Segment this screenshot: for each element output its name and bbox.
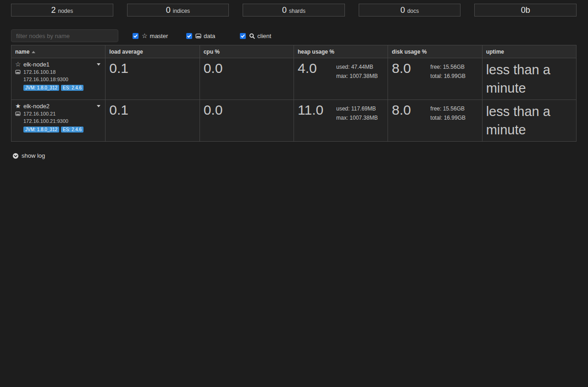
stat-nodes-value: 2 bbox=[51, 6, 55, 14]
disk-total: total: 16.99GB bbox=[430, 113, 466, 122]
disk-usage-cell: 8.0 free: 15.56GB total: 16.99GB bbox=[388, 58, 482, 100]
stat-docs: 0 docs bbox=[359, 4, 461, 17]
disk-percent-value: 8.0 bbox=[392, 61, 430, 81]
checkbox-checked[interactable] bbox=[133, 33, 139, 39]
filter-client-checkbox[interactable]: client bbox=[240, 33, 294, 39]
cpu-value: 0.0 bbox=[204, 102, 290, 118]
stat-indices-value: 0 bbox=[166, 6, 171, 14]
column-header-name[interactable]: name bbox=[11, 45, 105, 58]
star-icon: ☆ bbox=[142, 33, 148, 39]
uptime-cell: less than a minute bbox=[482, 58, 576, 100]
node-ip-line: 172.16.100.21 bbox=[15, 111, 101, 116]
node-transport-address: 172.16.100.21:9300 bbox=[15, 118, 101, 124]
filter-master-checkbox[interactable]: ☆ master bbox=[133, 33, 186, 39]
column-header-cpu[interactable]: cpu % bbox=[200, 45, 294, 58]
table-row: ★ elk-node2 172.16.100.21 172.16.100.21:… bbox=[11, 100, 577, 142]
hdd-icon bbox=[15, 70, 23, 74]
heap-used: used: 117.69MB bbox=[336, 104, 378, 113]
heap-usage-cell: 11.0 used: 117.69MB max: 1007.38MB bbox=[294, 100, 388, 142]
stat-indices: 0 indices bbox=[127, 4, 229, 17]
heap-usage-cell: 4.0 used: 47.44MB max: 1007.38MB bbox=[294, 58, 388, 100]
jvm-version-badge: JVM: 1.8.0_312 bbox=[23, 127, 59, 133]
uptime-value: less than a minute bbox=[486, 102, 572, 139]
column-header-uptime[interactable]: uptime bbox=[482, 45, 576, 58]
load-average-cell: 0.1 bbox=[105, 58, 200, 100]
stat-shards: 0 shards bbox=[243, 4, 345, 17]
stat-shards-value: 0 bbox=[282, 6, 287, 14]
es-version-badge: ES: 2.4.6 bbox=[61, 127, 83, 133]
node-title-line: ★ elk-node2 bbox=[15, 102, 101, 110]
disk-detail: free: 15.56GB total: 16.99GB bbox=[430, 102, 466, 122]
stat-nodes: 2 nodes bbox=[11, 4, 113, 17]
show-log-label: show log bbox=[22, 152, 45, 159]
node-ip: 172.16.100.21 bbox=[23, 111, 55, 116]
disk-free: free: 15.56GB bbox=[430, 104, 466, 113]
disk-total: total: 16.99GB bbox=[430, 72, 466, 81]
hdd-icon bbox=[195, 33, 201, 39]
column-header-heap-usage[interactable]: heap usage % bbox=[294, 45, 388, 58]
uptime-value: less than a minute bbox=[486, 61, 572, 97]
disk-percent-value: 8.0 bbox=[392, 102, 430, 122]
node-ip: 172.16.100.18 bbox=[23, 69, 55, 75]
table-row: ☆ elk-node1 172.16.100.18 172.16.100.18:… bbox=[11, 58, 577, 100]
node-transport-address: 172.16.100.18:9300 bbox=[15, 77, 101, 82]
filter-data-label: data bbox=[204, 33, 215, 39]
filter-row: ☆ master data client bbox=[11, 29, 577, 42]
cpu-cell: 0.0 bbox=[200, 58, 294, 100]
checkbox-checked[interactable] bbox=[240, 33, 246, 39]
stat-indices-label: indices bbox=[173, 7, 190, 14]
disk-free: free: 15.56GB bbox=[430, 62, 466, 72]
load-average-cell: 0.1 bbox=[105, 100, 200, 142]
show-log-toggle[interactable]: show log bbox=[12, 152, 45, 159]
load-average-value: 0.1 bbox=[109, 61, 195, 76]
node-name: elk-node2 bbox=[23, 103, 50, 110]
stat-docs-value: 0 bbox=[400, 6, 405, 14]
es-version-badge: ES: 2.4.6 bbox=[61, 85, 83, 91]
heap-detail: used: 117.69MB max: 1007.38MB bbox=[336, 102, 378, 122]
stat-docs-label: docs bbox=[407, 7, 419, 14]
cpu-cell: 0.0 bbox=[200, 100, 294, 142]
hdd-icon bbox=[15, 111, 23, 116]
star-filled-icon: ★ bbox=[15, 102, 23, 110]
column-header-name-label: name bbox=[15, 49, 29, 55]
star-outline-icon: ☆ bbox=[15, 61, 23, 68]
node-actions-caret-icon[interactable] bbox=[97, 63, 100, 66]
stat-shards-label: shards bbox=[289, 7, 305, 14]
node-badges: JVM: 1.8.0_312 ES: 2.4.6 bbox=[15, 127, 101, 133]
search-icon bbox=[249, 33, 255, 39]
cluster-stats-row: 2 nodes 0 indices 0 shards 0 docs 0b bbox=[0, 0, 588, 17]
node-badges: JVM: 1.8.0_312 ES: 2.4.6 bbox=[15, 85, 101, 91]
heap-used: used: 47.44MB bbox=[336, 62, 378, 72]
stat-size-value: 0b bbox=[521, 6, 530, 14]
disk-usage-cell: 8.0 free: 15.56GB total: 16.99GB bbox=[388, 100, 482, 142]
filter-master-label: master bbox=[150, 33, 168, 39]
node-title-line: ☆ elk-node1 bbox=[15, 61, 101, 68]
cpu-value: 0.0 bbox=[204, 61, 290, 76]
heap-max: max: 1007.38MB bbox=[336, 113, 378, 122]
node-ip-line: 172.16.100.18 bbox=[15, 69, 101, 75]
stat-nodes-label: nodes bbox=[58, 7, 73, 14]
jvm-version-badge: JVM: 1.8.0_312 bbox=[23, 85, 59, 91]
load-average-value: 0.1 bbox=[109, 102, 195, 118]
disk-detail: free: 15.56GB total: 16.99GB bbox=[430, 61, 466, 81]
sort-ascending-icon bbox=[32, 51, 35, 53]
node-name: elk-node1 bbox=[23, 61, 50, 68]
column-header-disk-usage[interactable]: disk usage % bbox=[388, 45, 482, 58]
node-actions-caret-icon[interactable] bbox=[97, 105, 100, 107]
nodes-table: name load average cpu % heap usage % dis… bbox=[11, 45, 577, 142]
column-header-load-average[interactable]: load average bbox=[105, 45, 200, 58]
table-header-row: name load average cpu % heap usage % dis… bbox=[11, 45, 577, 58]
node-name-cell: ☆ elk-node1 172.16.100.18 172.16.100.18:… bbox=[11, 58, 105, 100]
uptime-cell: less than a minute bbox=[482, 100, 576, 142]
filter-nodes-input[interactable] bbox=[11, 29, 118, 42]
node-name-cell: ★ elk-node2 172.16.100.21 172.16.100.21:… bbox=[11, 100, 105, 142]
heap-percent-value: 4.0 bbox=[298, 61, 336, 81]
heap-percent-value: 11.0 bbox=[298, 102, 336, 122]
chevron-circle-down-icon bbox=[12, 153, 19, 159]
heap-detail: used: 47.44MB max: 1007.38MB bbox=[336, 61, 378, 81]
stat-size: 0b bbox=[474, 4, 577, 17]
heap-max: max: 1007.38MB bbox=[336, 72, 378, 81]
filter-client-label: client bbox=[257, 33, 271, 39]
filter-data-checkbox[interactable]: data bbox=[186, 33, 240, 39]
checkbox-checked[interactable] bbox=[186, 33, 192, 39]
